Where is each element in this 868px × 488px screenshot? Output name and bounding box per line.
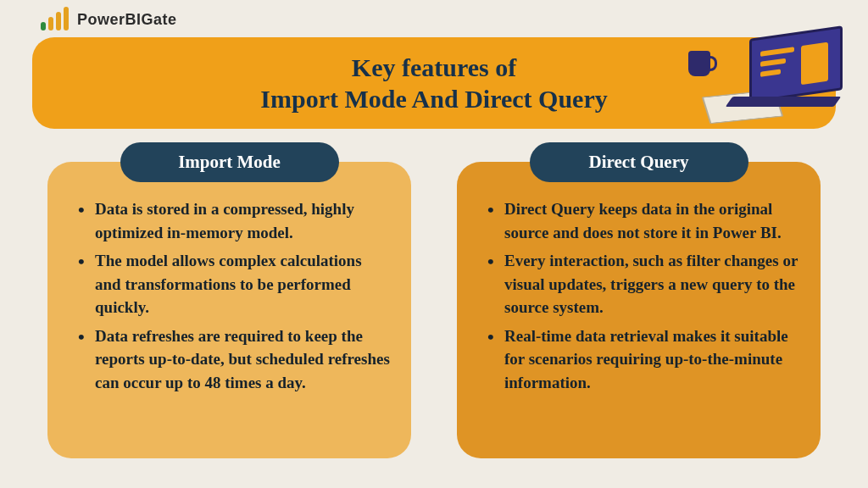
import-mode-card: Data is stored in a compressed, highly o… xyxy=(47,162,411,458)
laptop-illustration-icon xyxy=(682,12,843,130)
list-item: Data is stored in a compressed, highly o… xyxy=(75,197,391,244)
direct-query-header: Direct Query xyxy=(530,142,748,182)
title-line-2: Import Mode And Direct Query xyxy=(260,83,607,115)
brand-name: PowerBIGate xyxy=(77,11,177,29)
import-mode-header: Import Mode xyxy=(120,142,339,182)
direct-query-column: Direct Query Direct Query keeps data in … xyxy=(457,142,821,458)
logo-bars-icon xyxy=(41,7,69,30)
feature-columns: Import Mode Data is stored in a compress… xyxy=(47,142,821,458)
import-mode-column: Import Mode Data is stored in a compress… xyxy=(47,142,411,458)
list-item: Real-time data retrieval makes it suitab… xyxy=(484,324,800,395)
list-item: Every interaction, such as filter change… xyxy=(484,249,800,319)
list-item: Direct Query keeps data in the original … xyxy=(484,197,800,244)
list-item: Data refreshes are required to keep the … xyxy=(75,324,391,395)
direct-query-card: Direct Query keeps data in the original … xyxy=(457,162,821,458)
brand-logo: PowerBIGate xyxy=(41,7,177,30)
title-line-1: Key features of xyxy=(352,52,516,84)
list-item: The model allows complex calculations an… xyxy=(75,249,391,319)
